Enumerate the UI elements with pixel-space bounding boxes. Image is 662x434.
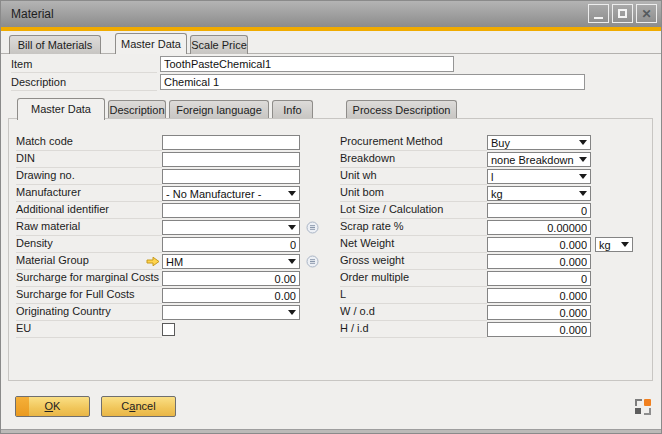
din-label: DIN bbox=[16, 151, 162, 168]
right-column: Procurement Method Buy Breakdown none Br… bbox=[340, 134, 650, 338]
breakdown-label: Breakdown bbox=[340, 151, 487, 168]
window-title: Material bbox=[1, 7, 54, 21]
l-label: L bbox=[340, 287, 487, 304]
field-row-din: DIN bbox=[16, 151, 326, 168]
net-weight-unit-dropdown[interactable]: kg bbox=[595, 237, 633, 252]
item-field[interactable] bbox=[160, 56, 454, 72]
expand-form-icon[interactable] bbox=[635, 399, 651, 415]
tab-scale-price[interactable]: Scale Price bbox=[190, 35, 248, 54]
chevron-down-icon bbox=[288, 191, 296, 196]
manufacturer-label: Manufacturer bbox=[16, 185, 162, 202]
chevron-down-icon bbox=[288, 310, 296, 315]
field-row-match-code: Match code bbox=[16, 134, 326, 151]
order-multiple-label: Order multiple bbox=[340, 270, 487, 287]
description-field[interactable] bbox=[160, 74, 585, 90]
procurement-method-label: Procurement Method bbox=[340, 134, 487, 151]
chevron-down-icon bbox=[288, 225, 296, 230]
field-row-drawing-no: Drawing no. bbox=[16, 168, 326, 185]
cancel-button[interactable]: Cancel bbox=[101, 396, 176, 417]
drawing-no-input[interactable] bbox=[162, 169, 300, 184]
material-group-dropdown[interactable]: HM bbox=[162, 254, 300, 269]
field-row-order-multiple: Order multiple bbox=[340, 270, 650, 287]
field-row-originating-country: Originating Country bbox=[16, 304, 326, 321]
link-arrow-icon[interactable] bbox=[146, 256, 160, 269]
scrap-rate-input[interactable] bbox=[487, 220, 591, 235]
field-row-manufacturer: Manufacturer - No Manufacturer - bbox=[16, 185, 326, 202]
field-row-breakdown: Breakdown none Breakdown bbox=[340, 151, 650, 168]
unit-bom-dropdown[interactable]: kg bbox=[487, 186, 591, 201]
tab-inner-info[interactable]: Info bbox=[272, 100, 313, 119]
additional-identifier-input[interactable] bbox=[162, 203, 300, 218]
unit-wh-dropdown[interactable]: l bbox=[487, 169, 591, 184]
field-row-surcharge-full: Surcharge for Full Costs bbox=[16, 287, 326, 304]
surcharge-full-input[interactable] bbox=[162, 288, 300, 303]
tab-bill-of-materials[interactable]: Bill of Materials bbox=[9, 35, 101, 54]
density-label: Density bbox=[16, 236, 162, 253]
tab-inner-description[interactable]: Description bbox=[108, 100, 166, 119]
breakdown-dropdown[interactable]: none Breakdown bbox=[487, 152, 591, 167]
unit-bom-label: Unit bom bbox=[340, 185, 487, 202]
accent-bar bbox=[1, 27, 661, 31]
field-row-procurement-method: Procurement Method Buy bbox=[340, 134, 650, 151]
raw-material-label: Raw material bbox=[16, 219, 162, 236]
top-tab-strip: Bill of Materials Master Data Scale Pric… bbox=[1, 33, 661, 54]
drawing-no-label: Drawing no. bbox=[16, 168, 162, 185]
density-input[interactable] bbox=[162, 237, 300, 252]
net-weight-input[interactable] bbox=[487, 237, 591, 252]
item-label: Item bbox=[11, 56, 157, 73]
match-code-label: Match code bbox=[16, 134, 162, 151]
raw-material-dropdown[interactable] bbox=[162, 220, 300, 235]
manufacturer-dropdown[interactable]: - No Manufacturer - bbox=[162, 186, 300, 201]
l-input[interactable] bbox=[487, 288, 591, 303]
master-data-panel: Match code DIN Drawing no. Manufacturer … bbox=[8, 118, 653, 381]
inner-tab-strip: Master Data Description Foreign language… bbox=[1, 98, 661, 118]
originating-country-dropdown[interactable] bbox=[162, 305, 300, 320]
w-od-input[interactable] bbox=[487, 305, 591, 320]
field-row-l: L bbox=[340, 287, 650, 304]
surcharge-full-label: Surcharge for Full Costs bbox=[16, 287, 162, 304]
field-row-gross-weight: Gross weight bbox=[340, 253, 650, 270]
chevron-down-icon bbox=[579, 174, 587, 179]
left-column: Match code DIN Drawing no. Manufacturer … bbox=[16, 134, 326, 338]
unit-wh-label: Unit wh bbox=[340, 168, 487, 185]
close-icon: ✕ bbox=[641, 8, 651, 20]
tab-master-data[interactable]: Master Data bbox=[115, 33, 187, 54]
gross-weight-input[interactable] bbox=[487, 254, 591, 269]
close-button[interactable]: ✕ bbox=[636, 4, 657, 23]
din-input[interactable] bbox=[162, 152, 300, 167]
context-menu-icon[interactable] bbox=[306, 221, 319, 236]
maximize-button[interactable] bbox=[612, 4, 633, 23]
originating-country-label: Originating Country bbox=[16, 304, 162, 321]
window-bottom-frame bbox=[1, 429, 661, 433]
surcharge-marginal-label: Surcharge for marginal Costs bbox=[16, 270, 162, 287]
procurement-method-dropdown[interactable]: Buy bbox=[487, 135, 591, 150]
tab-inner-foreign-language[interactable]: Foreign language bbox=[169, 100, 269, 119]
ok-button[interactable]: OK bbox=[15, 396, 90, 417]
net-weight-label: Net Weight bbox=[340, 236, 487, 253]
tab-inner-master-data[interactable]: Master Data bbox=[17, 98, 105, 120]
gross-weight-label: Gross weight bbox=[340, 253, 487, 270]
match-code-input[interactable] bbox=[162, 135, 300, 150]
item-row: Item bbox=[11, 56, 611, 73]
ok-button-accent bbox=[16, 397, 29, 416]
eu-label: EU bbox=[16, 321, 162, 338]
eu-checkbox[interactable] bbox=[162, 323, 175, 336]
h-id-label: H / i.d bbox=[340, 321, 487, 338]
field-row-material-group: Material Group HM bbox=[16, 253, 326, 270]
h-id-input[interactable] bbox=[487, 322, 591, 337]
w-od-label: W / o.d bbox=[340, 304, 487, 321]
lot-size-input[interactable] bbox=[487, 203, 591, 218]
chevron-down-icon bbox=[621, 242, 629, 247]
context-menu-icon[interactable] bbox=[306, 255, 319, 270]
description-row: Description bbox=[11, 74, 611, 91]
field-row-scrap-rate: Scrap rate % bbox=[340, 219, 650, 236]
minimize-button[interactable] bbox=[588, 4, 609, 23]
order-multiple-input[interactable] bbox=[487, 271, 591, 286]
field-row-net-weight: Net Weight kg bbox=[340, 236, 650, 253]
material-dialog: Material ✕ Bill of Materials Master Data… bbox=[0, 0, 662, 434]
material-group-label: Material Group bbox=[16, 253, 162, 270]
tab-inner-process-description[interactable]: Process Description bbox=[346, 100, 457, 119]
field-row-eu: EU bbox=[16, 321, 326, 338]
surcharge-marginal-input[interactable] bbox=[162, 271, 300, 286]
chevron-down-icon bbox=[579, 191, 587, 196]
